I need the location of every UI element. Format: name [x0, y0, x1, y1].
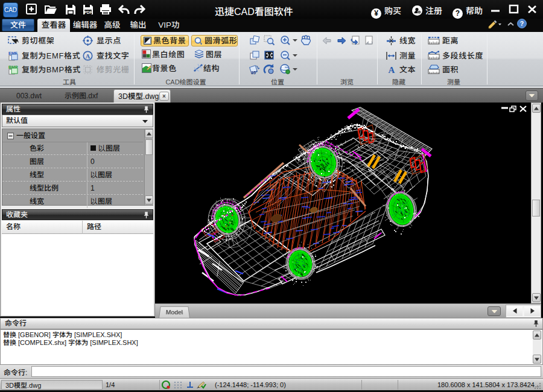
svg-text:A: A [389, 65, 395, 74]
svg-text:A: A [86, 52, 91, 60]
svg-text:35°: 35° [251, 71, 258, 75]
svg-text:?: ? [520, 20, 524, 27]
svg-text:PDF: PDF [84, 10, 92, 14]
